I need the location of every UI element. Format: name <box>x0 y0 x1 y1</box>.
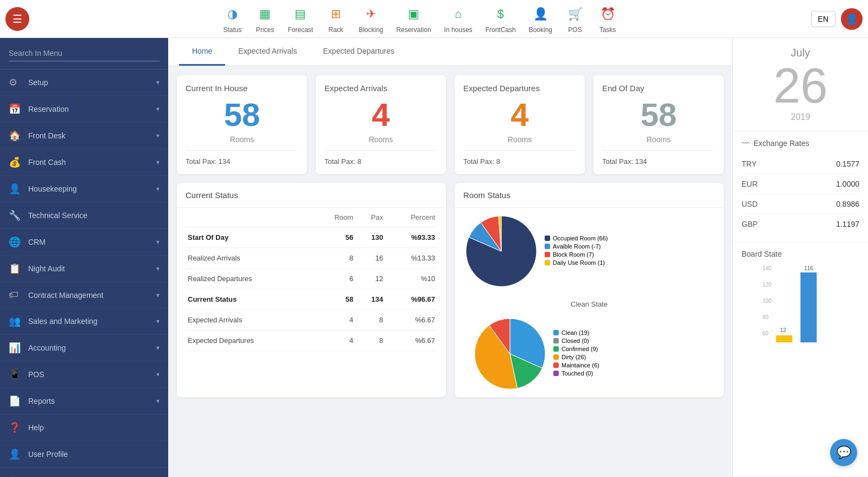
menu-button[interactable]: ☰ <box>5 7 29 31</box>
nav-icon-label-prices: Prices <box>256 26 274 34</box>
nav-icon-symbol-reservation: ▣ <box>404 4 424 24</box>
sidebar-icon-frontdesk: 🏠 <box>9 130 23 142</box>
nav-icon-symbol-prices: ▦ <box>256 4 275 24</box>
sidebar-item-setup[interactable]: ⚙ Setup ▾ <box>0 69 168 96</box>
stat-card-rooms-label-expected-arrivals: Rooms <box>324 135 437 144</box>
nav-icon-status[interactable]: ◑ Status <box>223 4 242 34</box>
bottom-panels-row: Current Status RoomPaxPercent Start Of D… <box>177 183 724 397</box>
row-percent: %96.67 <box>385 289 437 310</box>
stat-card-title-expected-arrivals: Expected Arrivals <box>324 84 437 93</box>
legend-item: Dirty (26) <box>553 354 599 360</box>
sidebar-items-list: ⚙ Setup ▾ 📅 Reservation ▾ 🏠 Front Desk ▾… <box>0 69 168 477</box>
room-status-pie-section: Occupied Room (66)Avaible Room (-7)Block… <box>455 208 724 295</box>
currency-label: TRY <box>742 160 757 168</box>
svg-text:140: 140 <box>763 265 772 271</box>
sidebar-item-frontcash[interactable]: 💰 Front Cash ▾ <box>0 149 168 176</box>
stat-card-pax-end-of-day: Total Pax: 134 <box>602 157 715 166</box>
nav-icon-symbol-rack: ⊞ <box>326 4 346 24</box>
sidebar-search-container <box>0 38 168 69</box>
sidebar-item-quickdesk[interactable]: 🖥 Quick Desk <box>0 468 168 477</box>
sidebar-item-userprofile[interactable]: 👤 User Profile <box>0 441 168 468</box>
room-status-legend: Occupied Room (66)Avaible Room (-7)Block… <box>545 235 608 268</box>
col-header: Room <box>314 208 355 227</box>
tab-home[interactable]: Home <box>179 38 225 66</box>
sidebar: ⚙ Setup ▾ 📅 Reservation ▾ 🏠 Front Desk ▾… <box>0 38 168 477</box>
sidebar-icon-nightaudit: 📋 <box>9 263 23 275</box>
currency-rate: 0.8986 <box>836 200 859 208</box>
sidebar-item-pos[interactable]: 📱 POS ▾ <box>0 361 168 388</box>
sidebar-arrow-reports: ▾ <box>156 397 159 405</box>
nav-icons: ◑ Status ▦ Prices ▤ Forecast ⊞ Rack ✈ Bl… <box>29 4 811 34</box>
sidebar-icon-reports: 📄 <box>9 395 23 407</box>
sidebar-item-nightaudit[interactable]: 📋 Night Audit ▾ <box>0 256 168 282</box>
table-row: Start Of Day 56 130 %93.33 <box>186 227 437 248</box>
sidebar-arrow-housekeeping: ▾ <box>156 185 159 193</box>
nav-right: EN 👤 <box>811 8 863 30</box>
stat-card-pax-current-in-house: Total Pax: 134 <box>186 157 298 166</box>
nav-icon-blocking[interactable]: ✈ Blocking <box>359 4 383 34</box>
sidebar-item-reservation[interactable]: 📅 Reservation ▾ <box>0 96 168 123</box>
nav-icon-label-blocking: Blocking <box>359 26 383 34</box>
sidebar-item-contract[interactable]: 🏷 Contract Management ▾ <box>0 282 168 308</box>
sidebar-item-salesmarketing[interactable]: 👥 Sales and Marketing ▾ <box>0 308 168 335</box>
sidebar-arrow-pos: ▾ <box>156 371 159 378</box>
date-month: July <box>742 47 859 59</box>
row-room: 8 <box>314 248 355 269</box>
sidebar-label-frontdesk: Front Desk <box>28 131 156 140</box>
stat-card-number-current-in-house: 58 <box>186 97 298 133</box>
stat-card-end-of-day: End Of Day 58 Rooms Total Pax: 134 <box>593 75 724 174</box>
nav-icon-frontcash[interactable]: $ FrontCash <box>486 4 516 34</box>
sidebar-item-accounting[interactable]: 📊 Accounting ▾ <box>0 335 168 361</box>
row-label: Realized Arrivals <box>186 248 314 269</box>
user-avatar[interactable]: 👤 <box>841 8 863 30</box>
nav-icon-rack[interactable]: ⊞ Rack <box>326 4 346 34</box>
sidebar-icon-accounting: 📊 <box>9 342 23 354</box>
board-state-widget: Board State 140 120 100 80 60 12 116 <box>733 242 868 359</box>
sidebar-label-contract: Contract Management <box>28 291 156 300</box>
row-pax: 16 <box>355 248 385 269</box>
row-label: Start Of Day <box>186 227 314 248</box>
svg-text:80: 80 <box>763 314 769 320</box>
nav-icon-label-status: Status <box>223 26 241 34</box>
legend-item: Touched (0) <box>553 370 599 377</box>
stat-card-expected-departures: Expected Departures 4 Rooms Total Pax: 8 <box>455 75 585 174</box>
sidebar-item-technical[interactable]: 🔧 Technical Service <box>0 202 168 229</box>
nav-icon-inhouses[interactable]: ⌂ In houses <box>444 4 473 34</box>
nav-icon-reservation[interactable]: ▣ Reservation <box>397 4 431 34</box>
language-button[interactable]: EN <box>811 11 835 27</box>
room-status-pie-chart <box>463 213 539 289</box>
row-percent: %6.67 <box>385 330 437 351</box>
sidebar-label-nightaudit: Night Audit <box>28 264 156 273</box>
tab-expected-arrivals[interactable]: Expected Arrivals <box>225 38 310 66</box>
tab-expected-departures[interactable]: Expected Departures <box>310 38 408 66</box>
nav-icon-forecast[interactable]: ▤ Forecast <box>288 4 314 34</box>
top-nav: ☰ ◑ Status ▦ Prices ▤ Forecast ⊞ Rack ✈ … <box>0 0 868 38</box>
row-room: 4 <box>314 330 355 351</box>
legend-item: Daily Use Room (1) <box>545 259 608 266</box>
sidebar-item-frontdesk[interactable]: 🏠 Front Desk ▾ <box>0 123 168 149</box>
nav-icon-label-pos: POS <box>568 26 582 34</box>
chat-bubble[interactable]: 💬 <box>830 439 857 466</box>
sidebar-item-help[interactable]: ❓ Help <box>0 415 168 441</box>
sidebar-arrow-frontcash: ▾ <box>156 158 159 166</box>
legend-item: Block Room (7) <box>545 251 608 258</box>
board-state-chart: 140 120 100 80 60 12 116 <box>742 263 859 349</box>
nav-icon-pos[interactable]: 🛒 POS <box>565 4 585 34</box>
legend-item: Confirmed (9) <box>553 346 599 352</box>
sidebar-arrow-nightaudit: ▾ <box>156 265 159 272</box>
table-row: Current Status 58 134 %96.67 <box>186 289 437 310</box>
nav-icon-booking[interactable]: 👤 Booking <box>529 4 552 34</box>
nav-icon-label-forecast: Forecast <box>288 26 314 34</box>
svg-rect-7 <box>801 272 817 342</box>
search-input[interactable] <box>9 46 159 61</box>
nav-icon-tasks[interactable]: ⏰ Tasks <box>598 4 617 34</box>
nav-icon-prices[interactable]: ▦ Prices <box>256 4 275 34</box>
exchange-rate-usd: USD 0.8986 <box>742 194 859 214</box>
sidebar-label-reservation: Reservation <box>28 105 156 113</box>
col-header: Percent <box>385 208 437 227</box>
table-row: Realized Departures 6 12 %10 <box>186 269 437 289</box>
sidebar-item-housekeeping[interactable]: 👤 Housekeeping ▾ <box>0 176 168 202</box>
sidebar-item-crm[interactable]: 🌐 CRM ▾ <box>0 229 168 256</box>
sidebar-item-reports[interactable]: 📄 Reports ▾ <box>0 388 168 415</box>
currency-label: USD <box>742 200 758 208</box>
